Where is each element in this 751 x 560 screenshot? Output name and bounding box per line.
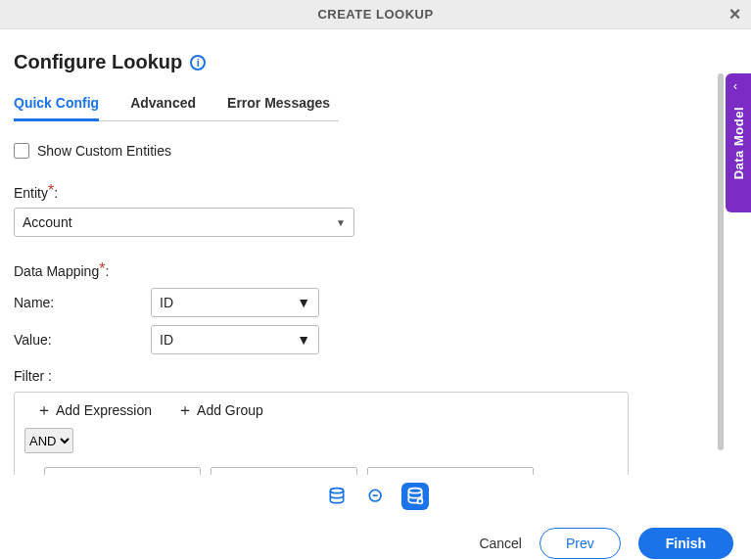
scrollbar[interactable] (718, 73, 724, 450)
dialog-content: Configure Lookup i Quick Config Advanced… (0, 29, 751, 475)
cancel-button[interactable]: Cancel (479, 536, 522, 551)
mapping-name-label: Name: (14, 295, 141, 310)
dialog-footer: Cancel Prev Finish (0, 516, 751, 560)
tab-bar: Quick Config Advanced Error Messages (14, 89, 737, 121)
info-icon[interactable]: i (190, 55, 206, 70)
data-model-side-tab[interactable]: ‹ Data Model (726, 73, 751, 212)
tab-quick-config[interactable]: Quick Config (14, 89, 99, 121)
mapping-name-value: ID (160, 295, 173, 310)
mapping-value-value: ID (160, 332, 173, 348)
filter-builder: ＋ Add Expression ＋ Add Group AND ID Equa… (14, 392, 629, 475)
mapping-value-label: Value: (14, 332, 141, 348)
add-group-button[interactable]: ＋ Add Group (177, 402, 263, 418)
wizard-step-bar (0, 477, 751, 516)
data-model-label: Data Model (731, 107, 746, 179)
chevron-left-icon: ‹ (733, 79, 737, 93)
plus-icon: ＋ (36, 403, 52, 417)
mapping-name-select[interactable]: ID ▼ (151, 288, 319, 317)
mapping-value-select[interactable]: ID ▼ (151, 325, 319, 354)
svg-point-4 (417, 499, 422, 504)
condition-value-input[interactable] (367, 467, 534, 475)
chevron-down-icon: ▼ (297, 332, 310, 348)
filter-condition-row: ID Equal (44, 467, 618, 475)
tab-advanced[interactable]: Advanced (130, 89, 196, 121)
svg-point-3 (408, 489, 421, 493)
plus-icon: ＋ (177, 403, 193, 417)
page-title: Configure Lookup (14, 51, 182, 73)
data-mapping-label: Data Mapping*: (14, 262, 737, 280)
prev-button[interactable]: Prev (540, 528, 621, 559)
svg-point-0 (330, 489, 343, 493)
entity-label: Entity*: (14, 184, 737, 202)
logic-select[interactable]: AND (24, 428, 73, 453)
close-icon[interactable]: × (729, 4, 741, 23)
dialog-title-bar: CREATE LOOKUP × (0, 0, 751, 29)
show-custom-entities-checkbox[interactable] (14, 143, 29, 159)
required-asterisk: * (99, 260, 105, 277)
filter-label: Filter : (14, 368, 737, 384)
dialog-title: CREATE LOOKUP (317, 7, 433, 22)
add-expression-button[interactable]: ＋ Add Expression (36, 402, 152, 418)
entity-select-value: Account (23, 214, 72, 230)
step-database-icon[interactable] (323, 483, 351, 510)
finish-button[interactable]: Finish (638, 528, 733, 559)
show-custom-entities-label: Show Custom Entities (37, 143, 171, 159)
condition-field-select[interactable]: ID (44, 467, 201, 475)
required-asterisk: * (48, 182, 54, 199)
chevron-down-icon: ▼ (336, 217, 346, 228)
condition-operator-select[interactable]: Equal (211, 467, 357, 475)
tab-error-messages[interactable]: Error Messages (227, 89, 330, 121)
entity-select[interactable]: Account ▼ (14, 208, 354, 237)
step-query-icon[interactable] (362, 483, 390, 510)
trash-icon[interactable] (543, 473, 561, 475)
step-config-icon[interactable] (401, 483, 429, 510)
chevron-down-icon: ▼ (297, 295, 310, 310)
